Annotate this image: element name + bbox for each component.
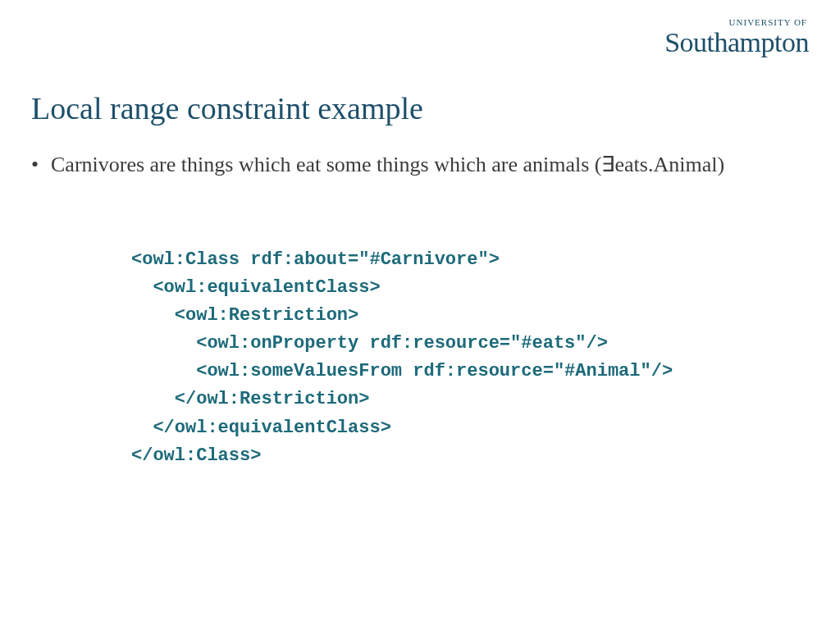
code-line: </owl:Restriction> xyxy=(131,389,369,409)
bullet-text: Carnivores are things which eat some thi… xyxy=(51,149,809,180)
code-block: <owl:Class rdf:about="#Carnivore"> <owl:… xyxy=(131,246,673,470)
slide-title: Local range constraint example xyxy=(31,90,423,126)
code-line: <owl:onProperty rdf:resource="#eats"/> xyxy=(131,333,608,354)
bullet-item: • Carnivores are things which eat some t… xyxy=(31,149,809,180)
slide-body: • Carnivores are things which eat some t… xyxy=(31,149,809,180)
logo-wordmark: Southampton xyxy=(664,29,809,57)
code-line: </owl:equivalentClass> xyxy=(131,418,391,438)
bullet-marker: • xyxy=(31,149,51,180)
logo-supertitle: UNIVERSITY OF xyxy=(664,18,807,27)
code-line: </owl:Class> xyxy=(131,445,261,466)
slide: UNIVERSITY OF Southampton Local range co… xyxy=(0,0,840,630)
code-line: <owl:equivalentClass> xyxy=(131,277,381,298)
code-line: <owl:Restriction> xyxy=(131,305,358,326)
code-line: <owl:Class rdf:about="#Carnivore"> xyxy=(131,249,500,270)
university-logo: UNIVERSITY OF Southampton xyxy=(664,18,809,57)
code-line: <owl:someValuesFrom rdf:resource="#Anima… xyxy=(131,361,673,381)
